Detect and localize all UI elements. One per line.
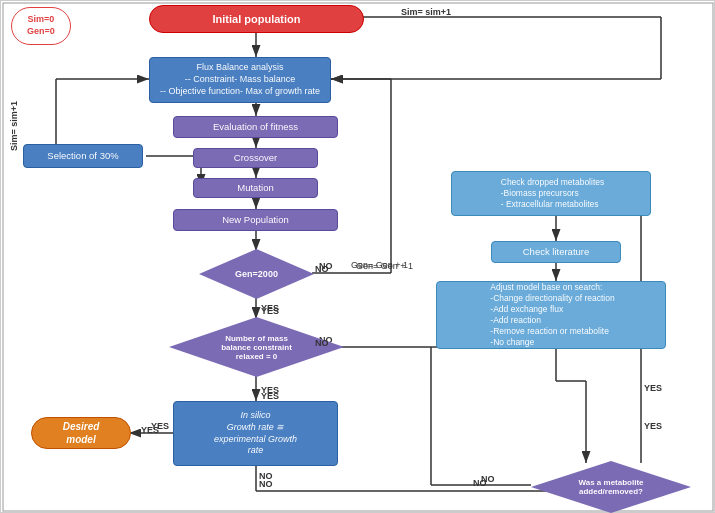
yes-gen2000-label: YES [261, 306, 279, 316]
flowchart: YES NO Gen= Gen + 1 YES NO YES NO YES NO [0, 0, 715, 513]
in-silico-box: In silico Growth rate ≅ experimental Gro… [173, 401, 338, 466]
no-mass-balance-label: NO [315, 338, 329, 348]
desired-model-box: Desired model [31, 417, 131, 449]
evaluation-fitness-box: Evaluation of fitness [173, 116, 338, 138]
crossover-box: Crossover [193, 148, 318, 168]
adjust-model-box: Adjust model base on search: -Change dir… [436, 281, 666, 349]
check-dropped-box: Check dropped metabolites -Biomass precu… [451, 171, 651, 216]
gen-plus1-label: Gen= Gen + 1 [351, 260, 408, 270]
mutation-box: Mutation [193, 178, 318, 198]
sim-plus1-right-label: Sim= sim+1 [401, 7, 451, 17]
yes-in-silico-label: YES [141, 425, 159, 435]
yes-metabolite-label: YES [644, 421, 662, 431]
gen2000-diamond: Gen=2000 [199, 249, 314, 299]
check-literature-box: Check literature [491, 241, 621, 263]
sim-gen-box: Sim=0 Gen=0 [11, 7, 71, 45]
flux-balance-box: Flux Balance analysis -- Constraint- Mas… [149, 57, 331, 103]
no-gen2000-label: NO [315, 264, 329, 274]
new-population-box: New Population [173, 209, 338, 231]
yes-mass-balance-label: YES [261, 391, 279, 401]
no-metabolite-label: NO [473, 478, 487, 488]
no-in-silico-label: NO [259, 471, 273, 481]
svg-text:YES: YES [644, 383, 662, 393]
sim-plus1-left-label: Sim= sim+1 [9, 101, 19, 151]
metabolite-added-diamond: Was a metabolite added/removed? [531, 461, 691, 513]
initial-population-box: Initial population [149, 5, 364, 33]
selection-box: Selection of 30% [23, 144, 143, 168]
